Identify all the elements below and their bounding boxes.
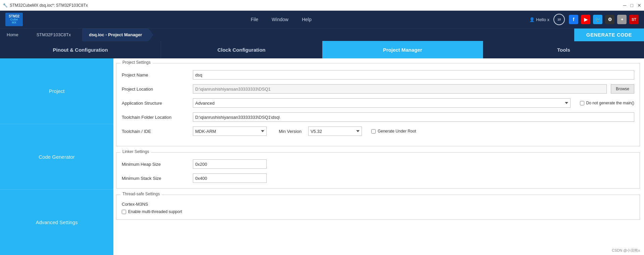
- user-icon-symbol: 👤: [529, 17, 535, 22]
- menubar: STM32 Cube MX File Window Help 👤 Hello x…: [0, 11, 644, 28]
- project-settings-section: Project Settings Project Name Project Lo…: [116, 63, 640, 146]
- app-icon: 🔧: [3, 3, 8, 8]
- menu-help[interactable]: Help: [302, 17, 312, 22]
- st-icon[interactable]: ST: [629, 15, 639, 24]
- titlebar: 🔧 STM32CubeMX dsq.ioc*: STM32F103C8Tx ─ …: [0, 0, 644, 11]
- toolchain-ide-row: Toolchain / IDE MDK-ARM STM32CubeIDE Mak…: [122, 126, 634, 136]
- right-icons: 👤 Hello x 10 f ▶ 🐦 ⚙ ✦ ST: [529, 14, 639, 25]
- logo-mx: MX: [12, 21, 16, 24]
- content-area: Project Settings Project Name Project Lo…: [113, 58, 644, 255]
- sidebar: Project Code Generator Advanced Settings: [0, 58, 113, 255]
- title-text: 🔧 STM32CubeMX dsq.ioc*: STM32F103C8Tx: [3, 3, 88, 8]
- user-label: Hello x: [536, 17, 549, 22]
- cortex-label: Cortex-M3NS: [122, 202, 634, 207]
- maximize-button[interactable]: □: [631, 3, 633, 8]
- project-name-input[interactable]: [193, 70, 634, 80]
- sidebar-item-code-generator[interactable]: Code Generator: [0, 124, 113, 190]
- enable-mt-checkbox[interactable]: [122, 210, 126, 214]
- anniversary-badge: 10: [553, 14, 565, 25]
- toolchain-folder-row: Toolchain Folder Location: [122, 112, 634, 122]
- do-not-generate-label: Do not generate the main(): [586, 101, 634, 105]
- breadcrumb-arrow-1: [25, 29, 30, 41]
- breadcrumb-arrow-3: [149, 29, 153, 41]
- do-not-generate-row: Do not generate the main(): [580, 101, 634, 105]
- toolchain-ide-label: Toolchain / IDE: [122, 129, 189, 134]
- app-structure-row: Application Structure Advanced Basic Do …: [122, 98, 634, 108]
- project-location-label: Project Location: [122, 87, 189, 92]
- breadcrumb-home[interactable]: Home: [0, 29, 25, 41]
- min-heap-label: Minimum Heap Size: [122, 162, 189, 167]
- menu-file[interactable]: File: [251, 17, 259, 22]
- project-name-label: Project Name: [122, 72, 189, 78]
- menu-items: File Window Help: [33, 17, 529, 22]
- watermark: CSDN @小浣熊x: [612, 248, 640, 253]
- sidebar-item-advanced-settings[interactable]: Advanced Settings: [0, 190, 113, 255]
- window-title: STM32CubeMX dsq.ioc*: STM32F103C8Tx: [10, 3, 88, 8]
- youtube-icon[interactable]: ▶: [581, 15, 590, 24]
- tab-bar: Pinout & Configuration Clock Configurati…: [0, 41, 644, 58]
- do-not-generate-checkbox[interactable]: [580, 101, 584, 105]
- linker-settings-section: Linker Settings Minimum Heap Size Minimu…: [116, 152, 640, 189]
- project-location-row: Project Location Browse: [122, 84, 634, 94]
- enable-mt-row: Enable multi-threaded support: [122, 209, 634, 214]
- app-structure-select[interactable]: Advanced Basic: [193, 98, 571, 108]
- facebook-icon[interactable]: f: [569, 15, 578, 24]
- menu-window[interactable]: Window: [272, 17, 288, 22]
- breadcrumb-device[interactable]: STM32F103C8Tx: [30, 29, 78, 41]
- github-icon[interactable]: ⚙: [605, 15, 614, 24]
- main-area: Project Code Generator Advanced Settings…: [0, 58, 644, 255]
- min-stack-label: Minimum Stack Size: [122, 176, 189, 181]
- toolchain-folder-label: Toolchain Folder Location: [122, 115, 189, 120]
- social-icons: f ▶ 🐦 ⚙ ✦ ST: [569, 15, 639, 24]
- project-name-row: Project Name: [122, 70, 634, 80]
- min-stack-input[interactable]: [193, 173, 267, 183]
- thread-settings-title: Thread-safe Settings: [120, 192, 162, 196]
- app-logo: STM32 Cube MX: [5, 13, 23, 26]
- generate-code-button[interactable]: GENERATE CODE: [574, 29, 644, 41]
- sidebar-item-project[interactable]: Project: [0, 58, 113, 124]
- linker-settings-title: Linker Settings: [120, 149, 151, 154]
- generate-under-root-row: Generate Under Root: [371, 129, 416, 134]
- tab-project-manager[interactable]: Project Manager: [322, 41, 483, 58]
- network-icon[interactable]: ✦: [617, 15, 627, 24]
- user-greeting: 👤 Hello x: [529, 17, 549, 22]
- generate-under-root-label: Generate Under Root: [378, 129, 416, 134]
- generate-under-root-checkbox[interactable]: [371, 129, 376, 134]
- thread-settings-section: Thread-safe Settings Cortex-M3NS Enable …: [116, 195, 640, 220]
- breadcrumb-bar: Home STM32F103C8Tx dsq.ioc - Project Man…: [0, 28, 644, 41]
- minimize-button[interactable]: ─: [623, 3, 627, 8]
- min-heap-row: Minimum Heap Size: [122, 159, 634, 169]
- browse-button[interactable]: Browse: [611, 84, 634, 94]
- tab-clock[interactable]: Clock Configuration: [161, 41, 322, 58]
- twitter-icon[interactable]: 🐦: [593, 15, 602, 24]
- min-version-select[interactable]: V5.32 V5.27: [308, 126, 362, 136]
- min-stack-row: Minimum Stack Size: [122, 173, 634, 183]
- window-controls: ─ □ ✕: [623, 3, 641, 8]
- min-heap-input[interactable]: [193, 159, 267, 169]
- enable-mt-label: Enable multi-threaded support: [128, 209, 182, 214]
- tab-tools[interactable]: Tools: [483, 41, 644, 58]
- breadcrumb-arrow-2: [77, 29, 82, 41]
- breadcrumb-project[interactable]: dsq.ioc - Project Manager: [82, 29, 149, 41]
- min-version-label: Min Version: [279, 129, 302, 134]
- project-settings-title: Project Settings: [120, 60, 153, 65]
- app-structure-label: Application Structure: [122, 101, 189, 106]
- tab-pinout[interactable]: Pinout & Configuration: [0, 41, 161, 58]
- project-location-input[interactable]: [193, 84, 607, 94]
- toolchain-folder-input[interactable]: [193, 112, 634, 122]
- close-button[interactable]: ✕: [637, 3, 641, 8]
- toolchain-select[interactable]: MDK-ARM STM32CubeIDE Makefile: [193, 126, 267, 136]
